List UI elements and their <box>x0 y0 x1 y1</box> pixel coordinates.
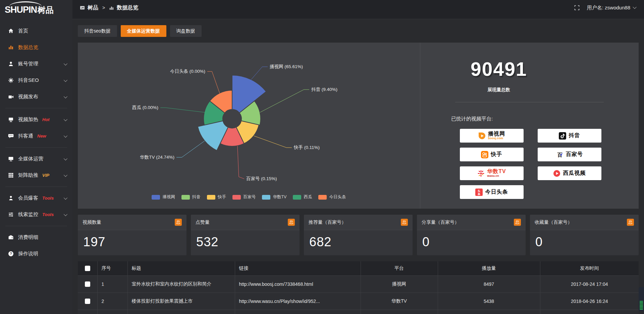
legend-swatch <box>232 195 241 200</box>
divider <box>455 102 604 102</box>
cell-link[interactable]: http://www.wasu.cn/Play/show/id/952... <box>235 293 361 310</box>
legend-item[interactable]: 抖音 <box>181 194 201 200</box>
sidebar-item-omnimedia[interactable]: 全媒体运营 <box>0 151 72 167</box>
chat-icon <box>8 133 14 139</box>
label-line-4 <box>176 141 205 157</box>
sidebar-item-data-overview[interactable]: 数据总览 <box>0 39 72 56</box>
breadcrumb-root[interactable]: 树品 <box>88 4 98 11</box>
label-line-5 <box>160 108 205 112</box>
platforms-title: 已统计的视频平台: <box>451 116 639 122</box>
sidebar-item-label: 账号管理 <box>18 61 38 67</box>
legend-item[interactable]: 播视网 <box>152 194 175 200</box>
user-menu[interactable]: 用户名: zswodun88 <box>587 5 635 11</box>
sidebar-item-label: 线索监控 <box>18 211 38 218</box>
vip-badge: VIP <box>42 173 49 178</box>
legend-item[interactable]: 西瓜 <box>293 194 312 200</box>
wallet-icon <box>8 234 14 240</box>
row-checkbox[interactable] <box>85 281 90 287</box>
sidebar-item-douyin-seo[interactable]: 抖音SEO <box>0 72 72 89</box>
row-checkbox[interactable] <box>85 299 90 304</box>
cell-link[interactable]: http://www.boosj.com/7338468.html <box>235 275 361 293</box>
baijiahao-logo-icon: 百 <box>556 151 564 158</box>
column-header-time: 发布时间 <box>540 261 639 275</box>
stat-card-value: 682 <box>304 230 413 254</box>
select-all-checkbox[interactable] <box>85 266 90 271</box>
sliders-icon <box>8 212 14 217</box>
label-line-6 <box>207 71 220 93</box>
legend-swatch <box>293 195 301 200</box>
legend-item[interactable]: 今日头条 <box>318 194 346 200</box>
sidebar-item-video-publish[interactable]: 视频发布 <box>0 89 72 105</box>
fullscreen-icon[interactable] <box>574 5 580 10</box>
sidebar-item-consumption[interactable]: 消费明细 <box>0 229 72 246</box>
total-badge: 总 <box>514 219 521 226</box>
stat-cards: 视频数量总 197 点赞量总 532 推荐量（百家号）总 682 分享量（百家号… <box>78 215 639 255</box>
sidebar-item-home[interactable]: 首页 <box>0 23 72 39</box>
stat-card-video-count: 视频数量总 197 <box>78 215 186 255</box>
chevron-down-icon <box>64 61 67 65</box>
sidebar-item-account[interactable]: 账号管理 <box>0 56 72 72</box>
legend-label: 西瓜 <box>304 194 312 200</box>
tab-omnimedia-data[interactable]: 全媒体运营数据 <box>121 25 166 37</box>
chevron-down-icon <box>64 156 67 160</box>
topbar-right: 用户名: zswodun88 <box>574 5 635 11</box>
sidebar-item-video-heat[interactable]: 视频加热 Hot <box>0 111 72 128</box>
table-row: 1 室外水纹灯和室内水纹灯的区别和简介 http://www.boosj.com… <box>78 275 639 293</box>
tab-inquiry-data[interactable]: 询盘数据 <box>170 25 202 37</box>
monitor-mini-icon <box>80 5 85 10</box>
platform-name: 今日头条 <box>485 189 508 196</box>
sidebar-menu: 首页 数据总览 账号管理 抖音SEO 视频发布 <box>0 19 72 262</box>
label-line-0 <box>251 67 268 80</box>
legend-swatch <box>207 195 215 200</box>
platform-badge-baijiahao: 百 百家号 <box>538 148 601 161</box>
chevron-down-icon <box>64 173 67 176</box>
pie-chart-area: 播视网 (65.61%) 抖音 (9.40%) 快手 (0.11%) 百家号 (… <box>78 43 420 209</box>
stat-card-title: 收藏量（百家号） <box>535 219 572 225</box>
stat-card-shares: 分享量（百家号）总 0 <box>417 215 526 255</box>
chevron-down-icon <box>64 117 67 121</box>
douyin-logo-icon <box>559 132 566 140</box>
breadcrumb-current[interactable]: 数据总览 <box>117 4 138 11</box>
cell-no: 1 <box>97 275 127 293</box>
tab-douyin-seo-data[interactable]: 抖音seo数据 <box>78 25 117 37</box>
total-block: 90491 展现量总数 <box>420 58 578 93</box>
sidebar-item-matrix-boost[interactable]: 矩阵助推 VIP <box>0 167 72 184</box>
chevron-down-icon <box>64 212 67 216</box>
platform-name: 西瓜视频 <box>563 170 586 177</box>
legend-label: 播视网 <box>162 194 175 200</box>
breadcrumb: 树品 > 数据总览 <box>80 4 138 11</box>
rose-pie-chart: 播视网 (65.61%) 抖音 (9.40%) 快手 (0.11%) 百家号 (… <box>78 47 420 192</box>
pie-slice-4[interactable] <box>198 121 228 150</box>
pie-label-5: 西瓜 (0.00%) <box>132 105 158 110</box>
bar-chart-icon <box>8 45 14 50</box>
sidebar-item-member-burst[interactable]: 会员爆客 Tools <box>0 190 72 206</box>
kuaishou-logo-icon <box>481 151 488 158</box>
sidebar-item-lead-monitor[interactable]: 线索监控 Tools <box>0 206 72 223</box>
pie-label-4: 华数TV (24.74%) <box>140 155 174 160</box>
xigua-logo-icon <box>553 170 560 177</box>
total-impressions-label: 展现量总数 <box>420 87 578 93</box>
sidebar-item-label: 消费明细 <box>18 234 38 241</box>
sidebar-item-label: 首页 <box>18 28 28 34</box>
legend-item[interactable]: 百家号 <box>232 194 256 200</box>
cell-title[interactable]: 楼体投影灯投影效果震撼上市 <box>127 293 235 310</box>
cell-views: 8497 <box>438 275 540 293</box>
tab-bar: 抖音seo数据 全媒体运营数据 询盘数据 <box>78 25 639 37</box>
sidebar-item-help[interactable]: ? 操作说明 <box>0 246 72 262</box>
cell-title[interactable]: 室外水纹灯和室内水纹灯的区别和简介 <box>127 275 235 293</box>
hot-badge: Hot <box>42 117 50 122</box>
cell-platform: 华数TV <box>361 293 438 310</box>
legend-item[interactable]: 快手 <box>207 194 226 200</box>
edge-widget[interactable] <box>639 287 644 311</box>
sidebar-item-douketong[interactable]: 抖客通 New <box>0 128 72 144</box>
platform-name: 抖音 <box>569 132 580 139</box>
cell-time: 2017-08-24 17:04 <box>540 275 639 293</box>
menu-divider <box>5 187 67 187</box>
stat-card-recommends: 推荐量（百家号）总 682 <box>304 215 413 255</box>
platform-badge-douyin: 抖音 <box>538 129 601 143</box>
legend-item[interactable]: 华数TV <box>262 194 286 200</box>
cell-time: 2018-04-26 16:24 <box>540 293 639 310</box>
legend-label: 华数TV <box>273 194 286 200</box>
chevron-down-icon <box>64 94 67 98</box>
chart-legend: 播视网 抖音 快手 百家号 华数TV 西瓜 今日头条 <box>78 194 420 200</box>
